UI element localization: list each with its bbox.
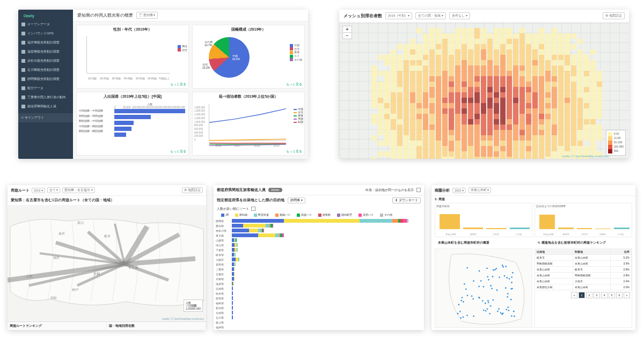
year-dropdown[interactable]: 2019 ▾	[32, 188, 45, 193]
nav-icon	[21, 105, 25, 108]
svg-text:高松: 高松	[50, 296, 57, 299]
sidebar-item[interactable]: 浜松市観光客動計調査	[18, 56, 73, 65]
year-dropdown[interactable]: 2019（年別）▾	[385, 12, 412, 19]
hbar-chart	[114, 108, 185, 145]
pager-button[interactable]: 4	[601, 292, 608, 298]
sidebar-item[interactable]: 静岡県観光客動計調査	[18, 75, 73, 84]
svg-point-33	[466, 267, 468, 269]
year-dropdown[interactable]: 2020 ▾	[452, 188, 466, 193]
svg-text:金沢: 金沢	[58, 232, 65, 235]
svg-point-54	[493, 299, 494, 301]
sidebar-item[interactable]: 都道府県間輸送人員	[18, 102, 73, 111]
svg-point-69	[486, 268, 488, 269]
heatmap-panel: メッシュ別滞在者数 2019（年別）▾ 全ての国・地域 ▾ 条件なし ▾ ⚙ 地…	[339, 10, 629, 159]
map-attribution: Leaflet | © OpenStreetMap contributors	[162, 318, 204, 320]
same-od-checkbox[interactable]	[416, 188, 421, 192]
signout-button[interactable]: ⎋ サインアウト	[18, 113, 73, 122]
svg-point-40	[492, 276, 494, 277]
region-dropdown[interactable]: 全ての国・地域 ▾	[415, 12, 446, 19]
ranking-table: 出発地到着地比率岐阜市本巣山本町5.2%羽島郡岐南町本巣山本町3.9%本巣山本町…	[535, 248, 632, 328]
panel-title: メッシュ別滞在者数	[343, 13, 382, 19]
svg-point-72	[479, 297, 480, 299]
sidebar-item[interactable]: 福井県観光客動計調査	[18, 38, 73, 47]
card-title: 延べ宿泊者数（2019年上位5か国）	[193, 92, 304, 101]
sidebar-item[interactable]: 石川県観光客動計調査	[18, 65, 73, 75]
tab-by-nation[interactable]: 国・地域別滞在数	[107, 322, 206, 330]
munic-dropdown[interactable]: 本巣山本町 ▾	[469, 187, 492, 193]
svg-point-48	[467, 295, 469, 296]
svg-text:京都: 京都	[93, 272, 100, 275]
svg-point-50	[465, 289, 467, 290]
map-settings-button[interactable]: ⚙ 地図設定	[603, 12, 625, 19]
transport-panel: 都道府県間相互旅客輸送人員 2019年 出発・目的地が同一のものを表示 指定都道…	[214, 185, 424, 330]
nat-dropdown[interactable]: 全て ▾	[47, 187, 61, 193]
svg-point-39	[463, 316, 464, 318]
svg-point-77	[482, 300, 484, 302]
dest-dropdown[interactable]: 愛知県・名古屋市 ▾	[62, 187, 95, 193]
pager-button[interactable]: 1	[579, 292, 585, 298]
more-link[interactable]: もっと見る	[77, 81, 188, 88]
sidebar-item[interactable]: インバウンドGPS	[18, 29, 73, 38]
pager-button[interactable]: 3	[594, 292, 600, 298]
zoom-out-icon: −	[343, 33, 352, 39]
sidebar-item[interactable]: 三重県外国人旅行者の動向	[18, 93, 73, 102]
svg-point-53	[508, 310, 509, 311]
bar-chart	[86, 36, 170, 74]
svg-point-85	[494, 269, 496, 270]
mini-map[interactable]	[435, 248, 532, 328]
pager: «123456»	[535, 290, 632, 300]
pager-button[interactable]: «	[571, 292, 577, 298]
svg-point-21	[498, 308, 500, 310]
dashboard-overview: Dashy オープンデータインバウンドGPS福井県観光客動計調査滋賀県観光客動計…	[18, 10, 308, 159]
svg-point-74	[502, 265, 503, 266]
pref-dropdown[interactable]: 静岡県 ▾	[288, 197, 305, 203]
svg-point-83	[514, 316, 515, 317]
card-nationality: 国籍構成（2019年） その他13.7% 台湾10.2% 中国63.5% 中国台…	[192, 25, 305, 89]
card-ports: 入出国港（2019年上位5位）[中国] 人数 050,000100,000150…	[76, 92, 189, 156]
svg-point-24	[488, 279, 489, 281]
svg-point-44	[511, 282, 513, 283]
heatmap[interactable]: +− 0-1011-5051-100101-500501- Leaflet | …	[339, 23, 629, 159]
pager-button[interactable]: »	[624, 292, 630, 298]
svg-point-42	[466, 314, 468, 316]
cond-dropdown[interactable]: 条件なし ▾	[449, 12, 470, 19]
download-button[interactable]: ⬇ ダウンロード	[392, 197, 421, 203]
card-stays: 延べ宿泊者数（2019年上位5か国） 0200,000400,000600,00…	[192, 92, 305, 156]
panel-title: 商圏分析	[435, 188, 450, 193]
svg-point-75	[505, 287, 507, 289]
pager-button[interactable]: 2	[586, 292, 592, 298]
svg-point-66	[462, 297, 463, 298]
svg-text:富山: 富山	[77, 221, 84, 224]
pager-button[interactable]: 5	[609, 292, 615, 298]
card-title: 入出国港（2019年上位5位）[中国]	[77, 92, 188, 101]
stacked-bar-chart: 静岡県愛知県神奈川県東京都山梨県埼玉県千葉県岐阜県大阪府長野県三重県京都府兵庫県…	[214, 218, 424, 330]
svg-point-34	[499, 276, 500, 278]
sidebar-item[interactable]: 滋賀県観光客動計調査	[18, 47, 73, 56]
svg-point-36	[464, 283, 465, 285]
pager-button[interactable]: 6	[616, 292, 623, 298]
svg-point-60	[490, 285, 492, 287]
nav-icon	[21, 23, 25, 26]
svg-point-63	[460, 300, 462, 302]
route-map[interactable]: 富山金沢福井岐阜名古屋京都神戸高松広島 人数 1,00050,000 Leafl…	[8, 205, 206, 321]
analysis-panel: 商圏分析 2020 ▾ 本巣山本町 ▾ 3. 周遊 周遊市町村 本巣山本町岐阜市…	[431, 185, 635, 330]
region-dropdown[interactable]: 三 愛知県 ▾	[136, 12, 158, 19]
sidebar-item[interactable]: 航空データ	[18, 84, 73, 93]
year-pill[interactable]: 2019年	[268, 188, 282, 192]
sort-checkbox[interactable]	[251, 207, 255, 211]
tab-ranking[interactable]: 周遊ルートランキング	[8, 322, 107, 330]
nav-icon	[21, 68, 25, 72]
nav-icon	[21, 41, 25, 45]
route-tabs: 周遊ルートランキング 国・地域別滞在数	[8, 321, 206, 330]
more-link[interactable]: もっと見る	[77, 148, 188, 155]
zoom-control[interactable]: +−	[342, 26, 352, 39]
brand: Dashy	[18, 12, 73, 20]
sidebar-item[interactable]: オープンデータ	[18, 20, 73, 29]
subtitle: 愛知県：名古屋市を含む1日の周遊ルート（全ての国・地域）	[8, 196, 206, 205]
more-link[interactable]: もっと見る	[193, 81, 304, 88]
map-settings-button[interactable]: ⚙ 地図設定	[182, 187, 203, 193]
svg-point-41	[490, 305, 492, 307]
svg-point-31	[487, 276, 488, 277]
route-legend: 人数 1,00050,000	[184, 299, 203, 312]
sort-label: 人数が多い順にソート	[217, 207, 249, 211]
